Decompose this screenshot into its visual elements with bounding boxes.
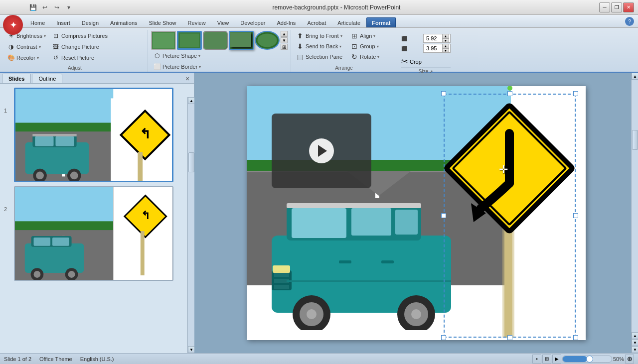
tab-format[interactable]: Format (366, 17, 396, 27)
scroll-track (188, 104, 194, 346)
group-btn[interactable]: ⊡ Group ▾ (348, 41, 381, 51)
tab-insert[interactable]: Insert (51, 17, 76, 27)
handle-bc[interactable] (507, 335, 512, 340)
svg-rect-16 (35, 136, 53, 146)
office-button[interactable]: ✦ (3, 15, 23, 35)
svg-rect-9 (15, 122, 113, 132)
contrast-btn[interactable]: ◑ Contrast ▾ (5, 42, 48, 52)
scroll-down-btn[interactable]: ▼ (188, 346, 195, 353)
play-button[interactable] (309, 138, 334, 163)
recolor-icon: 🎨 (7, 54, 15, 62)
status-bar: Slide 1 of 2 Office Theme English (U.S.)… (0, 353, 638, 364)
minimize-btn[interactable]: ─ (599, 2, 610, 12)
zoom-handle[interactable] (586, 356, 593, 363)
close-btn[interactable]: ✕ (623, 2, 634, 12)
crop-label[interactable]: Crop (410, 59, 422, 65)
reset-picture-btn[interactable]: ↺ Reset Picture (50, 53, 110, 63)
selection-pane-btn[interactable]: ▤ Selection Pane (294, 52, 344, 62)
reset-icon: ↺ (52, 54, 60, 62)
outline-tab[interactable]: Outline (32, 74, 62, 83)
handle-mr[interactable] (573, 213, 578, 218)
handle-ml[interactable] (441, 213, 446, 218)
change-picture-btn[interactable]: 🖼 Change Picture (50, 42, 110, 52)
picture-border-btn[interactable]: ⬜ Picture Border ▾ (151, 62, 203, 72)
slideshow-btn[interactable]: ▶ (552, 355, 561, 364)
redo-btn[interactable]: ↪ (52, 2, 62, 12)
tab-view[interactable]: View (212, 17, 235, 27)
slides-panel-close[interactable]: × (183, 74, 192, 83)
crop-icon[interactable]: ✂ (401, 57, 408, 66)
picture-shape-btn[interactable]: ⬡ Picture Shape ▾ (151, 51, 203, 61)
customize-qat-btn[interactable]: ▾ (64, 2, 74, 12)
style-thumb-4[interactable] (229, 31, 254, 50)
slides-list: 1 (0, 84, 194, 353)
handle-br[interactable] (573, 335, 578, 340)
width-input[interactable]: 5.92 ▲ ▼ (423, 34, 451, 43)
tab-addins[interactable]: Add-Ins (271, 17, 301, 27)
slides-tab[interactable]: Slides (2, 74, 31, 83)
zoom-slider[interactable] (562, 356, 612, 363)
canvas-scroll-down[interactable]: ▼ (632, 346, 638, 353)
send-to-back-btn[interactable]: ⬇ Send to Back ▾ (294, 41, 344, 51)
restore-btn[interactable]: ❐ (611, 2, 622, 12)
compress-pictures-btn[interactable]: ⊡ Compress Pictures (50, 31, 110, 41)
rotation-handle[interactable] (507, 86, 512, 91)
handle-bl[interactable] (441, 335, 446, 340)
handle-tl[interactable] (441, 91, 446, 96)
tab-animations[interactable]: Animations (105, 17, 143, 27)
height-up-btn[interactable]: ▲ (442, 44, 449, 48)
scroll-thumb[interactable] (188, 152, 194, 172)
recolor-btn[interactable]: 🎨 Recolor ▾ (5, 53, 48, 63)
svg-rect-71 (381, 260, 394, 263)
height-input[interactable]: 3.95 ▲ ▼ (423, 44, 451, 53)
sign-selected-container[interactable]: ✛ (444, 94, 576, 338)
tab-home[interactable]: Home (25, 17, 50, 27)
style-thumb-1[interactable] (151, 31, 176, 50)
canvas-area: ✛ ▲ ▲ ▼ ▼ (194, 73, 638, 353)
gallery-more-btn[interactable]: ⊞ (281, 44, 288, 50)
picture-shape-icon: ⬡ (153, 52, 161, 60)
bring-front-icon: ⬆ (296, 32, 304, 40)
gallery-down-btn[interactable]: ▼ (281, 37, 288, 43)
language-info: English (U.S.) (80, 356, 114, 362)
tab-acrobat[interactable]: Acrobat (302, 17, 331, 27)
width-up-btn[interactable]: ▲ (442, 34, 449, 38)
tab-slideshow[interactable]: Slide Show (144, 17, 182, 27)
slidesorter-btn[interactable]: ⊞ (542, 355, 551, 364)
canvas-scroll-up[interactable]: ▲ (632, 73, 638, 80)
style-thumb-3[interactable] (203, 31, 228, 50)
slide-thumb-1[interactable]: ↰ (14, 88, 173, 182)
normal-view-btn[interactable]: ▪ (532, 355, 541, 364)
scroll-up-btn[interactable]: ▲ (188, 97, 195, 104)
arrange-group: ⬆ Bring to Front ▾ ⬇ Send to Back ▾ ▤ Se… (291, 30, 397, 72)
tab-design[interactable]: Design (76, 17, 104, 27)
align-btn[interactable]: ⊞ Align ▾ (348, 31, 381, 41)
video-overlay[interactable] (272, 114, 371, 188)
save-quick-btn[interactable]: 💾 (28, 2, 38, 12)
style-thumb-5[interactable] (255, 31, 280, 50)
gallery-up-btn[interactable]: ▲ (281, 31, 288, 37)
svg-point-37 (34, 271, 41, 278)
tab-review[interactable]: Review (182, 17, 211, 27)
height-down-btn[interactable]: ▼ (442, 48, 449, 53)
help-btn[interactable]: ? (625, 17, 634, 26)
slide-item-1[interactable]: 1 (4, 88, 190, 182)
undo-btn[interactable]: ↩ (40, 2, 50, 12)
style-thumb-2[interactable] (177, 31, 202, 50)
bring-to-front-btn[interactable]: ⬆ Bring to Front ▾ (294, 31, 344, 41)
tab-articulate[interactable]: Articulate (332, 17, 366, 27)
handle-tc[interactable] (507, 91, 512, 96)
rotate-btn[interactable]: ↻ Rotate ▾ (348, 52, 381, 62)
tab-developer[interactable]: Developer (235, 17, 271, 27)
slide-item-2[interactable]: 2 (4, 186, 190, 281)
svg-rect-58 (287, 203, 421, 208)
svg-point-61 (307, 309, 317, 319)
slide-thumb-2[interactable]: ↰ (14, 186, 173, 281)
canvas-scroll-down2[interactable]: ▼ (632, 339, 638, 346)
handle-tr[interactable] (573, 91, 578, 96)
width-down-btn[interactable]: ▼ (442, 38, 449, 43)
slide-number-2: 2 (4, 206, 11, 212)
svg-rect-66 (274, 273, 289, 277)
zoom-fit-btn[interactable]: ⊕ (625, 355, 634, 364)
canvas-scroll-up2[interactable]: ▲ (632, 332, 638, 339)
